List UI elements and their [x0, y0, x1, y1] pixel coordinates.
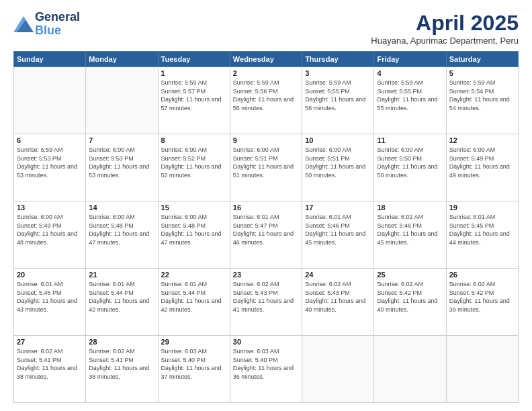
day-number: 9 — [233, 136, 299, 144]
day-number: 13 — [17, 203, 83, 212]
calendar-cell: 17Sunrise: 6:01 AMSunset: 5:46 PMDayligh… — [302, 201, 374, 269]
cell-info: Sunrise: 6:00 AMSunset: 5:48 PMDaylight:… — [161, 213, 227, 246]
day-number: 8 — [161, 136, 227, 144]
cell-info: Sunrise: 6:00 AMSunset: 5:49 PMDaylight:… — [17, 213, 83, 246]
cell-info: Sunrise: 6:02 AMSunset: 5:42 PMDaylight:… — [449, 280, 515, 314]
calendar-cell — [14, 67, 86, 134]
calendar-week-2: 13Sunrise: 6:00 AMSunset: 5:49 PMDayligh… — [14, 201, 519, 269]
cell-info: Sunrise: 6:02 AMSunset: 5:43 PMDaylight:… — [305, 280, 371, 314]
calendar-week-3: 20Sunrise: 6:01 AMSunset: 5:45 PMDayligh… — [14, 269, 519, 336]
calendar-cell: 21Sunrise: 6:01 AMSunset: 5:44 PMDayligh… — [86, 269, 158, 336]
cell-info: Sunrise: 6:01 AMSunset: 5:44 PMDaylight:… — [89, 280, 154, 314]
calendar-cell: 19Sunrise: 6:01 AMSunset: 5:45 PMDayligh… — [446, 201, 518, 269]
title-block: April 2025 Huayana, Apurimac Department,… — [371, 11, 519, 46]
day-number: 17 — [305, 203, 371, 212]
calendar-cell: 18Sunrise: 6:01 AMSunset: 5:46 PMDayligh… — [374, 201, 446, 269]
day-number: 30 — [233, 338, 299, 346]
cell-info: Sunrise: 6:00 AMSunset: 5:51 PMDaylight:… — [233, 146, 299, 179]
cell-info: Sunrise: 6:01 AMSunset: 5:45 PMDaylight:… — [449, 213, 515, 246]
day-number: 6 — [17, 136, 83, 144]
day-number: 12 — [449, 136, 515, 144]
cell-info: Sunrise: 6:03 AMSunset: 5:40 PMDaylight:… — [233, 347, 299, 381]
day-number: 25 — [377, 271, 443, 279]
calendar-week-0: 1Sunrise: 5:59 AMSunset: 5:57 PMDaylight… — [14, 67, 519, 134]
calendar-cell: 7Sunrise: 6:00 AMSunset: 5:53 PMDaylight… — [86, 134, 158, 201]
calendar-table: SundayMondayTuesdayWednesdayThursdayFrid… — [13, 51, 519, 403]
cell-info: Sunrise: 6:01 AMSunset: 5:45 PMDaylight:… — [17, 280, 83, 314]
calendar-cell: 15Sunrise: 6:00 AMSunset: 5:48 PMDayligh… — [158, 201, 230, 269]
cell-info: Sunrise: 6:00 AMSunset: 5:50 PMDaylight:… — [377, 146, 443, 179]
cell-info: Sunrise: 5:59 AMSunset: 5:56 PMDaylight:… — [233, 79, 299, 112]
calendar-cell: 9Sunrise: 6:00 AMSunset: 5:51 PMDaylight… — [230, 134, 302, 201]
calendar-header-sunday: Sunday — [14, 52, 86, 67]
cell-info: Sunrise: 5:59 AMSunset: 5:54 PMDaylight:… — [449, 79, 515, 112]
logo-icon — [13, 16, 34, 32]
cell-info: Sunrise: 6:01 AMSunset: 5:46 PMDaylight:… — [305, 213, 371, 246]
calendar-cell: 13Sunrise: 6:00 AMSunset: 5:49 PMDayligh… — [14, 201, 86, 269]
cell-info: Sunrise: 6:03 AMSunset: 5:40 PMDaylight:… — [161, 347, 227, 381]
calendar-cell: 27Sunrise: 6:02 AMSunset: 5:41 PMDayligh… — [14, 336, 86, 403]
cell-info: Sunrise: 6:02 AMSunset: 5:41 PMDaylight:… — [17, 347, 83, 381]
day-number: 14 — [89, 203, 154, 212]
day-number: 24 — [305, 271, 371, 279]
day-number: 23 — [233, 271, 299, 279]
day-number: 18 — [377, 203, 443, 212]
calendar-cell: 20Sunrise: 6:01 AMSunset: 5:45 PMDayligh… — [14, 269, 86, 336]
cell-info: Sunrise: 5:59 AMSunset: 5:57 PMDaylight:… — [161, 79, 227, 112]
calendar-cell: 16Sunrise: 6:01 AMSunset: 5:47 PMDayligh… — [230, 201, 302, 269]
calendar-header-tuesday: Tuesday — [158, 52, 230, 67]
day-number: 10 — [305, 136, 371, 144]
calendar-cell: 10Sunrise: 6:00 AMSunset: 5:51 PMDayligh… — [302, 134, 374, 201]
cell-info: Sunrise: 6:02 AMSunset: 5:43 PMDaylight:… — [233, 280, 299, 314]
day-number: 19 — [449, 203, 515, 212]
cell-info: Sunrise: 6:02 AMSunset: 5:41 PMDaylight:… — [89, 347, 154, 381]
cell-info: Sunrise: 5:59 AMSunset: 5:55 PMDaylight:… — [377, 79, 443, 112]
day-number: 16 — [233, 203, 299, 212]
calendar-cell: 30Sunrise: 6:03 AMSunset: 5:40 PMDayligh… — [230, 336, 302, 403]
calendar-cell: 25Sunrise: 6:02 AMSunset: 5:42 PMDayligh… — [374, 269, 446, 336]
header: General Blue April 2025 Huayana, Apurima… — [13, 11, 519, 46]
calendar-header-wednesday: Wednesday — [230, 52, 302, 67]
cell-info: Sunrise: 6:01 AMSunset: 5:47 PMDaylight:… — [233, 213, 299, 246]
cell-info: Sunrise: 6:02 AMSunset: 5:42 PMDaylight:… — [377, 280, 443, 314]
day-number: 7 — [89, 136, 154, 144]
calendar-cell: 3Sunrise: 5:59 AMSunset: 5:55 PMDaylight… — [302, 67, 374, 134]
calendar-week-4: 27Sunrise: 6:02 AMSunset: 5:41 PMDayligh… — [14, 336, 519, 403]
cell-info: Sunrise: 5:59 AMSunset: 5:53 PMDaylight:… — [17, 146, 83, 179]
calendar-cell — [302, 336, 374, 403]
day-number: 20 — [17, 271, 83, 279]
cell-info: Sunrise: 5:59 AMSunset: 5:55 PMDaylight:… — [305, 79, 371, 112]
calendar-cell — [86, 67, 158, 134]
calendar-cell: 12Sunrise: 6:00 AMSunset: 5:49 PMDayligh… — [446, 134, 518, 201]
logo: General Blue — [13, 11, 80, 38]
calendar-cell: 24Sunrise: 6:02 AMSunset: 5:43 PMDayligh… — [302, 269, 374, 336]
calendar-cell: 28Sunrise: 6:02 AMSunset: 5:41 PMDayligh… — [86, 336, 158, 403]
calendar-cell: 6Sunrise: 5:59 AMSunset: 5:53 PMDaylight… — [14, 134, 86, 201]
calendar-cell — [446, 336, 518, 403]
day-number: 1 — [161, 69, 227, 77]
calendar-cell: 1Sunrise: 5:59 AMSunset: 5:57 PMDaylight… — [158, 67, 230, 134]
calendar-cell: 22Sunrise: 6:01 AMSunset: 5:44 PMDayligh… — [158, 269, 230, 336]
day-number: 2 — [233, 69, 299, 77]
day-number: 27 — [17, 338, 83, 346]
day-number: 29 — [161, 338, 227, 346]
calendar-cell: 14Sunrise: 6:00 AMSunset: 5:48 PMDayligh… — [86, 201, 158, 269]
calendar-header-row: SundayMondayTuesdayWednesdayThursdayFrid… — [14, 52, 519, 67]
cell-info: Sunrise: 6:00 AMSunset: 5:53 PMDaylight:… — [89, 146, 154, 179]
calendar-cell: 26Sunrise: 6:02 AMSunset: 5:42 PMDayligh… — [446, 269, 518, 336]
calendar-header-monday: Monday — [86, 52, 158, 67]
day-number: 21 — [89, 271, 154, 279]
logo-text: General Blue — [35, 11, 80, 38]
calendar-cell: 11Sunrise: 6:00 AMSunset: 5:50 PMDayligh… — [374, 134, 446, 201]
cell-info: Sunrise: 6:00 AMSunset: 5:49 PMDaylight:… — [449, 146, 515, 179]
day-number: 22 — [161, 271, 227, 279]
calendar-header-friday: Friday — [374, 52, 446, 67]
calendar-cell: 29Sunrise: 6:03 AMSunset: 5:40 PMDayligh… — [158, 336, 230, 403]
month-year: April 2025 — [371, 11, 519, 36]
calendar-cell: 2Sunrise: 5:59 AMSunset: 5:56 PMDaylight… — [230, 67, 302, 134]
calendar-header-saturday: Saturday — [446, 52, 518, 67]
day-number: 28 — [89, 338, 154, 346]
cell-info: Sunrise: 6:00 AMSunset: 5:52 PMDaylight:… — [161, 146, 227, 179]
page: General Blue April 2025 Huayana, Apurima… — [0, 0, 532, 411]
calendar-week-1: 6Sunrise: 5:59 AMSunset: 5:53 PMDaylight… — [14, 134, 519, 201]
